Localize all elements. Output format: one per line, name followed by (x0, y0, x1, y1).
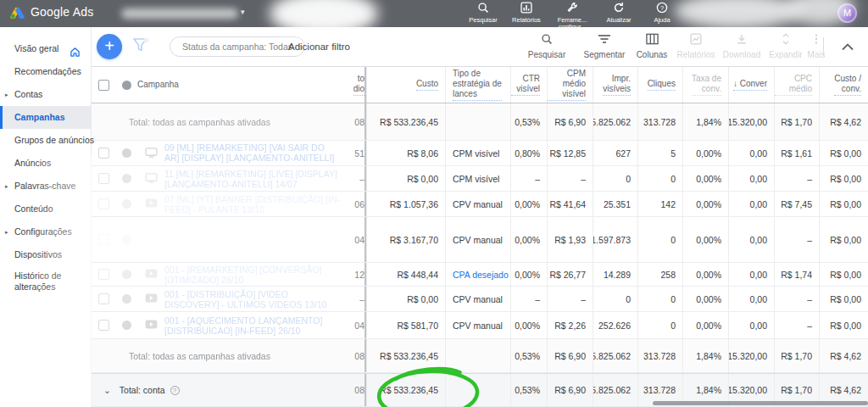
cell-ctr-visivel: 0,00% (510, 263, 547, 286)
col-header-taxa-de-conv[interactable]: Taxa de conv. (682, 67, 728, 103)
app-nav-relatorios[interactable]: Relatórios (504, 0, 549, 27)
col-header-cpm-medio-visivel[interactable]: CPM médio visível (547, 67, 593, 103)
row-checkbox[interactable] (98, 234, 109, 245)
help-icon[interactable]: ? (170, 386, 180, 395)
row-checkbox[interactable] (98, 320, 109, 331)
add-filter-button[interactable]: Adicionar filtro (288, 42, 350, 52)
sidebar-item-campanhas[interactable]: Campanhas (0, 106, 91, 129)
campaign-status-icon (122, 148, 131, 158)
tool-pesquisar[interactable]: Pesquisar (522, 33, 571, 59)
sidebar-item-grupos-de-an-ncios[interactable]: Grupos de anúncios (0, 129, 91, 152)
cell-custo-conv: R$ 0,00 (819, 217, 868, 262)
col-header-tipo-estrategia[interactable]: Tipo de estratégia de lances (445, 67, 510, 103)
campaign-name-link[interactable]: 09 [ML] [REMARKETING] [VAI SAIR DO AR] [… (164, 142, 341, 164)
app-nav-label: Relatórios (504, 17, 549, 24)
sidebar-item-an-ncios[interactable]: Anúncios (0, 152, 91, 175)
sidebar-item-conte-do[interactable]: Conteúdo (0, 198, 91, 220)
row-status-cell (115, 217, 137, 262)
tool-download[interactable]: Download (717, 33, 766, 59)
cell-custo: R$ 0,00 (366, 166, 445, 191)
cell-cliques: 258 (637, 263, 682, 286)
cell-impr-visiveis: 25.825.062 (593, 103, 637, 140)
header-status-cell (115, 67, 137, 103)
col-header-conversoes[interactable]: ↓ Conver (728, 67, 774, 103)
col-header-impr-visiveis[interactable]: Impr. visíveis (593, 67, 637, 103)
cell-taxa-conv: 0,00% (682, 217, 728, 262)
row-checkbox[interactable] (98, 269, 109, 280)
collapse-table-button[interactable] (842, 39, 854, 54)
col-header-clipped[interactable]: to dio (346, 67, 366, 103)
google-ads-logo[interactable]: Google Ads (10, 5, 93, 19)
expand-arrow-icon: ▸ (5, 83, 8, 106)
clipped-value-cell: 06 (346, 192, 366, 216)
campaign-name-link[interactable]: 07 [ML] [YT] BANNER [DISTRIBUIÇÃO] [IN-F… (164, 194, 341, 215)
campaign-name-link[interactable]: 001 - [REMARKETING] [CONVERSÃO] [OTIMIZA… (164, 265, 341, 285)
campaign-name-link[interactable]: 001 - [DISTRIBUIÇÃO] [VIDEO DISCOVERY] -… (164, 289, 341, 309)
header-checkbox[interactable] (98, 80, 109, 91)
filter-funnel-icon[interactable] (132, 37, 149, 57)
app-nav-label: Pesquisar (460, 17, 506, 24)
row-checkbox[interactable] (98, 173, 109, 184)
horizontal-scrollbar-thumb[interactable] (653, 401, 868, 405)
cell-tipo-estrategia (445, 339, 510, 372)
add-campaign-button[interactable]: + (97, 34, 122, 59)
cell-custo-conv: R$ 0,00 (819, 312, 868, 338)
row-checkbox[interactable] (98, 198, 109, 209)
sidebar-item-palavras-chave[interactable]: ▸Palavras-chave (0, 175, 91, 198)
cell-impr-visiveis: 252.626 (593, 312, 637, 338)
tool-segmentar[interactable]: Segmentar (580, 33, 629, 59)
row-checkbox-cell (92, 192, 115, 216)
row-checkbox-cell (92, 263, 115, 286)
cell-cpc-medio: R$ 1,70 (774, 103, 819, 140)
campaign-type-cell (137, 192, 164, 216)
tool-mais[interactable]: Mais (792, 33, 841, 59)
row-checkbox-cell (92, 217, 115, 262)
cell-custo: R$ 0,00 (366, 287, 445, 311)
app-nav-pesquisar[interactable]: Pesquisar (460, 0, 506, 27)
sidebar-item-dispositivos[interactable]: Dispositivos (0, 243, 91, 266)
account-caret-icon[interactable]: ▾ (241, 8, 245, 16)
campaign-name-link[interactable]: 001 - [AQUECIMENTO LANÇAMENTO] [DISTRIBU… (164, 315, 341, 336)
clipped-value-cell: 51 (346, 141, 366, 165)
cell-cliques: 0 (637, 312, 682, 338)
sidebar-item-hist-rico-de-altera-es[interactable]: Histórico de alterações (0, 266, 85, 297)
tool-label: Pesquisar (522, 50, 571, 59)
app-nav-ajuda[interactable]: ?Ajuda (639, 0, 685, 27)
cell-cliques: 313.728 (637, 103, 682, 140)
cell-ctr-visivel: 0,80% (510, 141, 547, 165)
avatar[interactable]: M (837, 3, 857, 23)
row-checkbox[interactable] (98, 293, 109, 304)
total-label: Total: todas as campanhas ativadas (92, 117, 270, 127)
cell-conversoes: 0,00 (728, 141, 774, 165)
cell-cpc-medio: R$ 1,61 (774, 141, 819, 165)
wrench-icon (549, 0, 595, 17)
cell-cpm-medio: R$ 41,64 (547, 192, 593, 216)
campaign-type-cell (137, 312, 164, 338)
row-checkbox[interactable] (98, 148, 109, 159)
sidebar-item-contas[interactable]: ▸Contas (0, 83, 91, 106)
campaign-status-filter-pill[interactable]: Status da campanha: Todas (170, 36, 305, 57)
col-header-custo-conv[interactable]: Custo / conv. (819, 67, 868, 103)
col-header-campanha[interactable]: Campanha (137, 67, 346, 103)
tool-relatorios[interactable]: Relatórios (671, 33, 721, 59)
cell-custo: R$ 533.236,45 (366, 103, 445, 140)
tool-colunas[interactable]: Colunas (627, 33, 676, 59)
chevron-down-icon[interactable]: ⌄ (103, 385, 111, 395)
bid-strategy-link[interactable]: CPA desejado (453, 270, 509, 280)
cell-custo-conv: R$ 0,00 (819, 263, 868, 286)
app-nav-ferramentas[interactable]: Ferrame... configur... (549, 0, 595, 27)
cell-custo: R$ 533.236,45 (366, 374, 445, 406)
col-header-cliques[interactable]: Cliques (637, 67, 682, 103)
campaign-name-link[interactable]: 11 [ML] [REMARKETING] [LIVE] [DISPLAY] [… (164, 169, 341, 189)
table-row: 001 - [REMARKETING] [CONVERSÃO] [OTIMIZA… (92, 263, 868, 287)
cell-impr-visiveis: 0 (593, 287, 637, 311)
sidebar-item-recomenda-es[interactable]: Recomendações (0, 60, 91, 83)
sidebar-item-vis-o-geral[interactable]: Visão geral (0, 37, 91, 60)
app-nav-atualizar[interactable]: Atualizar (596, 0, 642, 27)
cell-conversoes: 0,00 (728, 166, 774, 191)
col-header-custo[interactable]: Custo (366, 67, 445, 103)
col-header-ctr-visivel[interactable]: CTR visível (510, 67, 547, 103)
col-header-cpc-medio[interactable]: CPC médio (774, 67, 819, 103)
account-selector-blurred[interactable] (121, 8, 238, 19)
sidebar-item-configura-es[interactable]: ▸Configurações (0, 220, 91, 243)
